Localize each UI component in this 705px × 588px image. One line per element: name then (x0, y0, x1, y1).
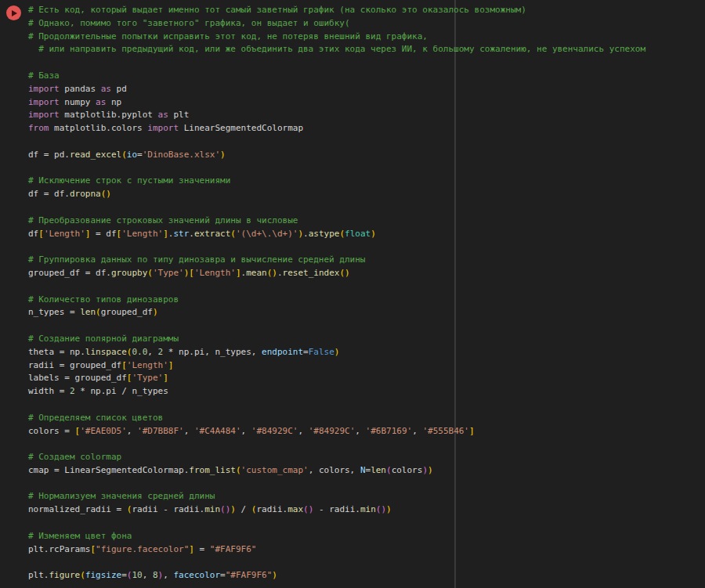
code-line[interactable]: # Есть код, который выдает именно тот са… (28, 4, 645, 17)
code-token: ( (230, 229, 236, 239)
code-line[interactable] (28, 162, 645, 175)
code-line[interactable]: df['Length'] = df['Length'].str.extract(… (28, 228, 645, 241)
code-token: len (371, 465, 386, 475)
code-line[interactable]: # Преобразование строковых значений длин… (28, 215, 645, 228)
code-token: import (147, 123, 179, 133)
code-token: matplotlib.pyplot (60, 110, 158, 120)
code-token: ) (230, 504, 236, 514)
code-token: np (106, 97, 121, 107)
code-token: plt (168, 110, 190, 120)
code-line[interactable]: # Однако, помимо того "заветного" график… (28, 17, 645, 31)
code-line[interactable] (28, 517, 645, 530)
code-token: 'custom_cmap' (241, 465, 309, 475)
code-token: max (287, 504, 303, 514)
code-token: import (28, 84, 60, 94)
code-token: "#FAF9F6" (210, 544, 257, 554)
code-line[interactable]: plt.figure(figsize=(10, 8), facecolor="#… (28, 569, 645, 583)
code-token: * np.pi, n_types, (163, 347, 262, 357)
code-line[interactable] (28, 478, 645, 491)
code-token: # Однако, помимо того "заветного" график… (28, 18, 350, 28)
code-line[interactable]: radii = grouped_df['Length'] (28, 359, 645, 373)
code-token: () (220, 504, 230, 514)
code-token: # Определяем список цветов (28, 413, 163, 423)
code-line[interactable] (28, 240, 645, 254)
code-token: = (220, 570, 226, 580)
code-token: 'Length' (194, 268, 236, 278)
code-token: import (28, 97, 60, 107)
code-line[interactable] (28, 438, 645, 451)
code-token: '#D7BB8F' (137, 426, 184, 436)
code-line[interactable]: import matplotlib.pyplot as plt (28, 109, 645, 122)
code-line[interactable]: # Создаем colormap (28, 451, 645, 464)
code-line[interactable]: # или направить предыдущий код, или же о… (28, 43, 645, 56)
code-token: plt.rcParams (28, 544, 90, 554)
code-line[interactable] (28, 319, 645, 333)
code-line[interactable]: # Продолжительные попытки исправить этот… (28, 31, 645, 44)
code-line[interactable]: import numpy as np (28, 96, 645, 110)
code-line[interactable] (28, 399, 645, 412)
code-token: ) (386, 504, 392, 514)
code-line[interactable]: # База (28, 70, 645, 83)
code-line[interactable] (28, 201, 645, 215)
code-line[interactable] (28, 135, 645, 149)
code-token: numpy (60, 97, 96, 107)
code-token: )[ (184, 268, 194, 278)
code-token: '#84929C' (251, 426, 298, 436)
code-token: '#84929C' (309, 426, 356, 436)
code-token: # Создаем colormap (28, 452, 121, 462)
code-token: . (303, 229, 309, 239)
code-token: endpoint (262, 347, 303, 357)
code-token: () (267, 268, 277, 278)
code-line[interactable]: width = 2 * np.pi / n_types (28, 385, 645, 399)
code-token: pandas (60, 84, 101, 94)
code-line[interactable]: # Группировка данных по типу динозавра и… (28, 254, 645, 267)
code-line[interactable]: n_types = len(grouped_df) (28, 306, 645, 319)
code-token: , (184, 426, 194, 436)
code-line[interactable]: grouped_df = df.groupby('Type')['Length'… (28, 267, 645, 280)
code-line[interactable]: cmap = LinearSegmentedColormap.from_list… (28, 464, 645, 478)
code-token: # Группировка данных по типу динозавра и… (28, 254, 365, 265)
code-token: [ (121, 360, 127, 370)
code-token: 'Length' (44, 229, 85, 239)
code-token: ] (189, 544, 194, 554)
code-token: radii. (256, 504, 287, 514)
run-cell-button[interactable] (6, 5, 21, 20)
code-token: - radii. (313, 504, 360, 514)
code-token: '#EAE0D5' (80, 426, 127, 436)
code-line[interactable]: theta = np.linspace(0.0, 2 * np.pi, n_ty… (28, 346, 645, 359)
code-line[interactable]: df = df.dropna() (28, 188, 645, 201)
code-token: as (158, 110, 168, 120)
code-token: = (194, 544, 210, 554)
code-token: ( (96, 307, 101, 317)
code-line[interactable] (28, 56, 645, 70)
code-token: from_list (189, 465, 236, 475)
code-line[interactable]: # Нормализуем значения средней длины (28, 490, 645, 503)
code-token: , (147, 347, 157, 357)
code-token: str (173, 229, 189, 239)
code-line[interactable]: df = pd.read_excel(io='DinoBase.xlsx') (28, 149, 645, 162)
code-token: astype (309, 229, 340, 239)
code-line[interactable] (28, 280, 645, 294)
code-line[interactable]: labels = grouped_df['Type'] (28, 372, 645, 385)
code-token: df = pd. (28, 150, 70, 160)
code-line[interactable]: from matplotlib.colors import LinearSegm… (28, 122, 645, 135)
code-line[interactable]: plt.rcParams["figure.facecolor"] = "#FAF… (28, 543, 645, 557)
code-token: , (298, 426, 308, 436)
code-line[interactable]: colors = ['#EAE0D5', '#D7BB8F', '#C4A484… (28, 425, 645, 438)
code-line[interactable]: # Изменяем цвет фона (28, 530, 645, 543)
code-line[interactable]: # Количество типов динозавров (28, 294, 645, 307)
code-line[interactable]: # Создание полярной диаграммы (28, 333, 645, 346)
code-line[interactable]: normalized_radii = (radii - radii.min())… (28, 503, 645, 517)
code-token: () (101, 189, 111, 199)
code-token: radii = grouped_df (28, 360, 121, 370)
code-line[interactable] (28, 556, 645, 569)
code-editor[interactable]: # Есть код, который выдает именно тот са… (28, 4, 645, 583)
code-line[interactable]: # Определяем список цветов (28, 412, 645, 425)
code-token: cmap = LinearSegmentedColormap. (28, 465, 189, 475)
code-line[interactable]: # Исключение строк с пустыми значениями (28, 175, 645, 188)
code-token: dropna (70, 189, 101, 199)
code-token: 2 (70, 386, 75, 396)
code-token: # Есть код, который выдает именно тот са… (28, 5, 526, 15)
code-line[interactable]: import pandas as pd (28, 83, 645, 96)
code-token: plt. (28, 570, 49, 580)
